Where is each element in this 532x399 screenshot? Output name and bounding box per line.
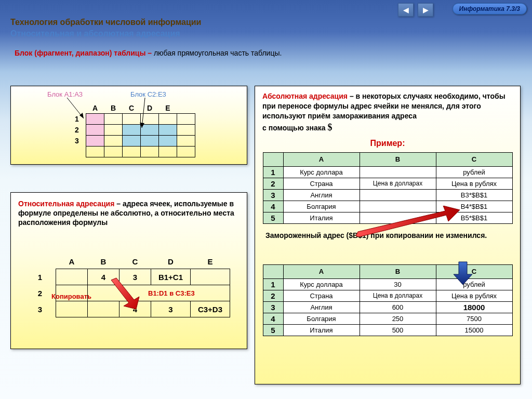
absolute-text: Абсолютная адресация – в некоторых случа…	[255, 86, 520, 139]
page-title-1: Технология обработки числовой информации	[10, 18, 201, 27]
frozen-text: Замороженный адрес ($B$1) при копировани…	[255, 227, 520, 244]
prev-button[interactable]: ◀	[398, 3, 414, 17]
absolute-table-2: ABC 1Курс доллара30рублей 2СтранаЦена в …	[263, 264, 513, 336]
relative-text: Относительная адресация – адреса ячеек, …	[11, 193, 247, 234]
page-title-2: Относительная и абсолютная адресация	[10, 29, 180, 38]
block-illustration-panel: Блок A1:A3 Блок C2:E3 ABCDE 1 2 3	[10, 86, 247, 165]
block-mini-grid: ABCDE 1 2 3	[68, 103, 195, 157]
absolute-addressing-panel: Абсолютная адресация – в некоторых случа…	[255, 86, 521, 384]
copy-label: Копировать	[51, 292, 91, 300]
relative-addressing-panel: Относительная адресация – адреса ячеек, …	[10, 192, 247, 349]
course-badge: Информатика 7.3/3	[453, 3, 527, 15]
relative-grid: ABCDE 143B1+C1 2B1:D1 в C3:E3 343C3+D3	[24, 254, 230, 317]
block-definition: Блок (фрагмент, диапазон) таблицы – люба…	[15, 49, 282, 57]
nav-buttons: ◀ ▶	[398, 3, 433, 17]
next-button[interactable]: ▶	[418, 3, 433, 17]
example-label: Пример:	[255, 139, 520, 148]
absolute-table-1: ABC 1Курс долларарублей 2СтранаЦена в до…	[263, 152, 513, 224]
block-label-c2e3: Блок C2:E3	[130, 90, 166, 98]
block-label-a1a3: Блок A1:A3	[47, 90, 83, 98]
